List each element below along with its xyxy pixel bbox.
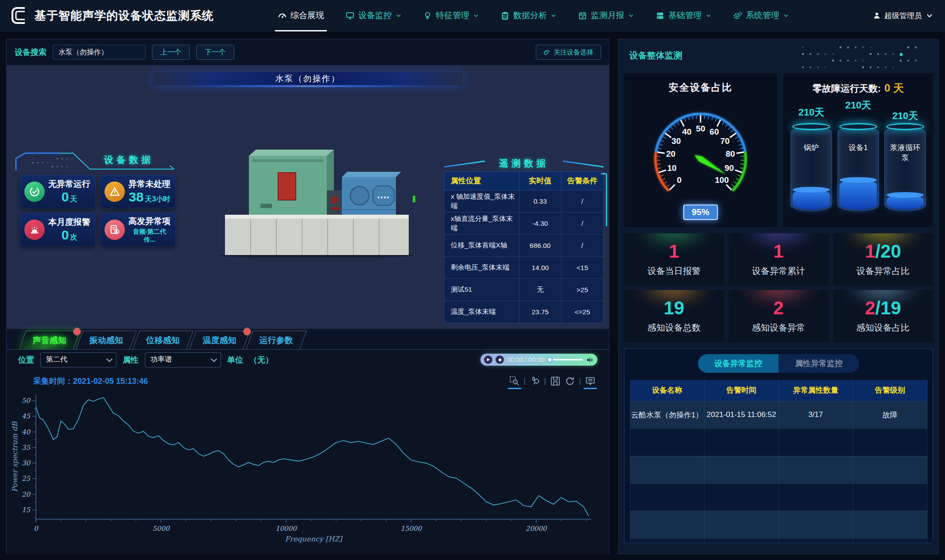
tab-temperature-sense[interactable]: 温度感知 — [189, 331, 250, 349]
telemetry-panel: 遥测数据 属性位置 实时值 告警条件 x 轴加速度值_泵体末端0.33/x轴直流… — [444, 157, 604, 323]
prev-device-button[interactable]: 上一个 — [152, 45, 190, 60]
server-icon — [655, 11, 665, 20]
tab-vibration-sense[interactable]: 振动感知 — [76, 331, 136, 349]
user-icon — [873, 12, 881, 19]
app-title: 基于智能声学的设备状态监测系统 — [35, 8, 214, 23]
tab-displacement-sense[interactable]: 位移感知 — [132, 331, 193, 349]
stat-card-unhandled: 异常未处理 38天3小时 — [100, 175, 176, 209]
monitor-icon — [345, 11, 355, 20]
alarm-row-empty — [630, 456, 927, 483]
stat-card-month-alarm: 本月度报警 0次 — [20, 213, 96, 247]
svg-text:45: 45 — [22, 412, 31, 420]
player-time: 00:00 / 00:00 — [507, 356, 545, 363]
seek-slider[interactable] — [548, 359, 583, 360]
telemetry-row: 测试51无>25 — [445, 279, 604, 301]
user-menu[interactable]: 超级管理员 — [873, 11, 933, 21]
telemetry-title: 遥测数据 — [444, 157, 604, 171]
svg-text:100: 100 — [715, 175, 729, 185]
nav-item-base-mgmt[interactable]: 基础管理 — [645, 0, 722, 31]
chevron-down-icon — [628, 12, 634, 19]
unit-label: 单位 — [227, 355, 243, 365]
attribute-select[interactable]: 功率谱 — [145, 352, 221, 367]
svg-text:0: 0 — [677, 175, 682, 185]
device-search-row: 设备搜索 上一个 下一个 关注设备选择 — [7, 39, 609, 65]
column-header: 设备名称 — [630, 380, 705, 401]
capture-time: 采集时间：2021-02-05 15:13:46 — [33, 376, 148, 386]
telemetry-row: 位移_泵体首端X轴686.00/ — [445, 235, 604, 257]
overview-stats-grid: 1 设备当日报警 1 设备异常累计 1/20 设备异常占比 19 感知设备总数 … — [619, 227, 938, 342]
svg-text:15: 15 — [22, 506, 31, 514]
calendar-icon — [578, 11, 587, 20]
tab-run-params[interactable]: 运行参数 — [246, 331, 306, 349]
svg-text:5000: 5000 — [152, 525, 170, 533]
alarm-row[interactable]: 云酷水泵（勿操作1）2021-01-15 11:06:523/17故障 — [630, 401, 927, 429]
position-select[interactable]: 第二代 — [40, 352, 116, 367]
save-image-icon[interactable] — [550, 376, 561, 386]
svg-text:50: 50 — [22, 397, 31, 405]
alarm-row-empty — [630, 511, 927, 538]
stat-card-normal-run: 无异常运行 0天 — [20, 175, 96, 209]
nav-item-feature-mgmt[interactable]: 特征管理 — [412, 0, 490, 31]
device-search-input[interactable] — [53, 45, 146, 60]
speaker-icon — [586, 356, 594, 364]
corner-bracket-decoration — [601, 173, 607, 226]
play-button[interactable] — [484, 355, 492, 364]
refresh-icon[interactable] — [565, 376, 575, 386]
nav-item-monthly-report[interactable]: 监测月报 — [567, 0, 645, 31]
alarm-table: 设备名称 告警时间 异常属性数量 告警级别 云酷水泵（勿操作1）2021-01-… — [630, 380, 927, 543]
device-data-panel: 设备数据 无异常运行 0天 — [14, 151, 177, 270]
app-logo — [9, 4, 29, 27]
cylinder-glow-ring — [886, 123, 924, 130]
telemetry-row: 剩余电压_泵体末端14.00<15 — [445, 257, 604, 279]
data-view-icon[interactable] — [585, 376, 596, 386]
gauge-title: 安全设备占比 — [624, 81, 777, 94]
cylinder-fill — [840, 180, 877, 209]
device-search-label: 设备搜索 — [15, 47, 46, 58]
volume-button[interactable] — [586, 356, 594, 364]
machine-3d-viewport[interactable]: 水泵（勿操作） — [7, 65, 609, 329]
svg-text:70: 70 — [720, 136, 729, 146]
safety-gauge-card: 安全设备占比 0102030405060708090100 95% — [624, 73, 777, 227]
chart-controls-row: 位置 第二代 属性 功率谱 单位 （无） 00:00 / 00:00 — [7, 349, 609, 370]
telemetry-row: x轴直流分量_泵体末端-4.30/ — [445, 212, 604, 235]
nav-item-system-mgmt[interactable]: 系统管理 — [722, 0, 800, 31]
tab-device-alarm-monitor[interactable]: 设备异常监控 — [698, 354, 778, 373]
zoom-select-icon[interactable] — [509, 376, 520, 386]
audio-player[interactable]: 00:00 / 00:00 — [480, 354, 597, 366]
alarm-monitor-card: 设备异常监控 属性异常监控 设备名称 告警时间 异常属性数量 告警级别 云酷水泵… — [624, 348, 933, 543]
paperclip-icon — [543, 49, 550, 56]
zero-fault-title: 零故障运行天数:0 天 — [783, 81, 933, 95]
alert-dot-badge — [244, 328, 250, 335]
telemetry-row: x 轴加速度值_泵体末端0.33/ — [445, 190, 604, 212]
stop-icon — [498, 358, 502, 362]
stop-button[interactable] — [496, 355, 504, 364]
follow-device-button[interactable]: 关注设备选择 — [536, 45, 601, 60]
bulb-icon — [423, 11, 432, 20]
safety-gauge: 0102030405060708090100 — [624, 94, 777, 200]
chevron-down-icon — [395, 12, 402, 19]
nav-item-device-monitor[interactable]: 设备监控 — [335, 0, 412, 31]
telemetry-table: 属性位置 实时值 告警条件 x 轴加速度值_泵体末端0.33/x轴直流分量_泵体… — [444, 171, 604, 323]
chevron-down-icon — [783, 12, 789, 19]
slider-handle[interactable] — [547, 357, 553, 363]
stat-device-anomaly-ratio: 1/20 设备异常占比 — [833, 233, 933, 286]
stat-device-daily-alarm: 1 设备当日报警 — [624, 233, 724, 286]
svg-text:35: 35 — [22, 444, 31, 452]
zoom-reset-icon[interactable] — [530, 376, 540, 386]
nav-item-overview[interactable]: 综合展现 — [267, 0, 335, 31]
device-data-title: 设备数据 — [85, 154, 173, 166]
cylinder-device1: 210天 设备1 — [837, 99, 880, 217]
tab-attribute-alarm-monitor[interactable]: 属性异常监控 — [778, 354, 859, 373]
dashboard-icon — [278, 11, 287, 20]
alarm-tab-bar: 设备异常监控 属性异常监控 — [698, 354, 859, 373]
overview-panel: 设备整体监测 安全设备占比 0102030405060708090100 95%… — [618, 39, 939, 554]
chevron-down-icon — [106, 355, 112, 362]
viewport-device-title: 水泵（勿操作） — [153, 72, 463, 85]
dot-decoration — [802, 46, 926, 71]
next-device-button[interactable]: 下一个 — [196, 45, 234, 60]
zero-fault-value: 0 天 — [884, 82, 904, 94]
power-spectrum-chart[interactable]: 152025303540455005000100001500020000Freq… — [10, 388, 605, 544]
tab-sound-sense[interactable]: 声音感知 — [19, 331, 80, 349]
svg-text:80: 80 — [726, 149, 735, 158]
nav-item-data-analysis[interactable]: 数据分析 — [490, 0, 567, 31]
